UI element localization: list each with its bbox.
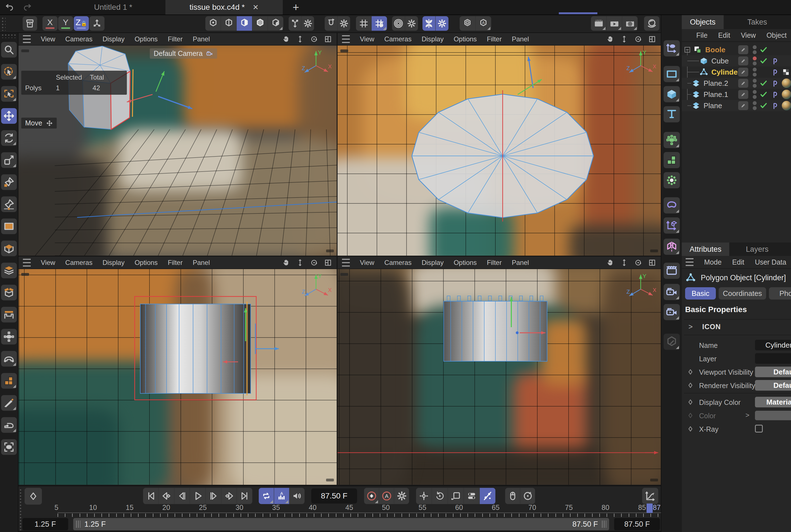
perspective-menu-options[interactable]: Options bbox=[135, 35, 158, 43]
gear-button[interactable] bbox=[302, 16, 314, 31]
object-name[interactable]: Plane bbox=[703, 101, 722, 110]
panel-menu-icon[interactable] bbox=[342, 35, 350, 43]
edit-toggle-button[interactable] bbox=[738, 56, 748, 65]
keyframe-dot-icon[interactable] bbox=[686, 398, 695, 406]
key-parameter-button[interactable] bbox=[464, 488, 480, 504]
enabled-check-icon[interactable] bbox=[759, 90, 768, 99]
rectangle-spline-tool-button[interactable] bbox=[1, 218, 17, 234]
right-menu-cameras[interactable]: Cameras bbox=[65, 259, 93, 267]
motion-clip-button[interactable] bbox=[663, 263, 680, 279]
render-view-button[interactable] bbox=[591, 16, 606, 31]
timeline-start-field[interactable]: 1.25 F bbox=[22, 518, 68, 530]
rot-tool-button[interactable] bbox=[1, 130, 17, 146]
section-tab-basic[interactable]: Basic bbox=[685, 287, 716, 300]
phong-tag-icon[interactable] bbox=[771, 56, 780, 66]
toggle-layout-icon[interactable] bbox=[648, 35, 656, 43]
enabled-check-icon[interactable] bbox=[759, 45, 768, 54]
visibility-dot-render[interactable] bbox=[753, 106, 757, 110]
object-name[interactable]: Cube bbox=[711, 57, 729, 65]
right-menu-panel[interactable]: Panel bbox=[193, 259, 210, 267]
record-keyframe-button[interactable] bbox=[364, 488, 379, 504]
right-menu-filter[interactable]: Filter bbox=[168, 259, 182, 267]
phong-tag-icon[interactable] bbox=[771, 90, 780, 99]
magic-ball-button[interactable] bbox=[644, 16, 659, 31]
camera-button[interactable] bbox=[663, 284, 680, 300]
plane-cut-tool-button[interactable] bbox=[1, 417, 17, 433]
texture-mode-button[interactable] bbox=[268, 16, 283, 31]
fcurve-button[interactable] bbox=[642, 488, 658, 504]
close-tab-icon[interactable]: ✕ bbox=[253, 3, 259, 12]
ruler-ticks[interactable] bbox=[58, 514, 661, 517]
live-selection-tool-button[interactable] bbox=[1, 64, 17, 80]
keyframe-dot-icon[interactable] bbox=[686, 381, 695, 390]
perspective-menu-filter[interactable]: Filter bbox=[168, 35, 182, 43]
loop-button[interactable] bbox=[259, 488, 274, 504]
spline-pen-tool-button[interactable] bbox=[1, 196, 17, 212]
objects-menu-file[interactable]: File bbox=[696, 31, 708, 39]
text-primitive-button[interactable] bbox=[663, 106, 680, 122]
quantize-lock-button[interactable] bbox=[372, 16, 387, 31]
object-name[interactable]: Cylinder bbox=[711, 68, 740, 77]
icon-group-row[interactable]: >ICON bbox=[689, 322, 721, 331]
object-name[interactable]: Plane.1 bbox=[703, 90, 728, 99]
edit-toggle-button[interactable] bbox=[738, 45, 748, 54]
layer-input[interactable] bbox=[755, 353, 791, 364]
enabled-check-icon[interactable] bbox=[759, 57, 768, 65]
modeling-axis-button[interactable] bbox=[392, 16, 405, 31]
go-to-end-button[interactable] bbox=[237, 488, 252, 504]
visibility-dot-render[interactable] bbox=[753, 84, 757, 88]
chevron-right-icon[interactable]: > bbox=[689, 322, 693, 331]
pan-icon[interactable] bbox=[282, 259, 290, 267]
visibility-dot-viewport[interactable] bbox=[753, 101, 757, 105]
visibility-dot-viewport[interactable] bbox=[753, 68, 757, 72]
right-menu-view[interactable]: View bbox=[41, 259, 55, 267]
voxel-button[interactable] bbox=[663, 152, 680, 168]
gear-button[interactable] bbox=[337, 16, 350, 31]
orbit-icon[interactable] bbox=[634, 259, 642, 267]
display-color-dropdown[interactable]: Material bbox=[755, 397, 791, 407]
top-menu-filter[interactable]: Filter bbox=[487, 35, 502, 43]
key-scale-button[interactable] bbox=[448, 488, 464, 504]
camera-label-text[interactable]: Default Camera bbox=[154, 50, 202, 58]
keyframe-dot-icon[interactable] bbox=[686, 425, 695, 433]
visibility-dot-render[interactable] bbox=[753, 73, 757, 77]
go-to-start-button[interactable] bbox=[143, 488, 159, 504]
keyframe-marker-button[interactable] bbox=[24, 488, 42, 505]
viewport-right[interactable]: YZX bbox=[18, 269, 337, 485]
object-row-cylinder[interactable]: Cylinder bbox=[682, 66, 791, 78]
name-input[interactable]: Cylinder bbox=[755, 340, 791, 350]
spline-asset-button[interactable] bbox=[663, 40, 680, 56]
key-pla-button[interactable] bbox=[480, 488, 495, 504]
objects-menu-edit[interactable]: Edit bbox=[718, 31, 730, 39]
visibility-dot-render[interactable] bbox=[753, 95, 757, 99]
phong-tag-icon[interactable] bbox=[771, 101, 780, 110]
edit-disabled-button[interactable] bbox=[663, 334, 680, 350]
tab-attributes[interactable]: Attributes bbox=[682, 243, 729, 256]
preview-range-slider[interactable]: 1.25 F87.50 F bbox=[73, 518, 609, 530]
scale-tool-button[interactable] bbox=[1, 152, 17, 168]
visibility-dot-viewport[interactable] bbox=[753, 79, 757, 83]
attributes-menu-mode[interactable]: Mode bbox=[704, 258, 722, 266]
gear-button[interactable] bbox=[436, 16, 448, 31]
dolly-icon[interactable] bbox=[620, 259, 629, 267]
document-tab-active[interactable]: tissue box.c4d *✕ bbox=[166, 0, 283, 15]
perspective-menu-display[interactable]: Display bbox=[102, 35, 124, 43]
attributes-panel-menu-icon[interactable] bbox=[686, 258, 694, 266]
move-tool-button[interactable] bbox=[1, 108, 17, 124]
panel-menu-icon[interactable] bbox=[23, 35, 31, 43]
front-menu-view[interactable]: View bbox=[360, 259, 374, 267]
generator-button[interactable] bbox=[663, 172, 680, 188]
keying-settings-button[interactable] bbox=[394, 488, 409, 504]
cube-primitive-button[interactable] bbox=[663, 86, 680, 102]
left-rail-drag-handle[interactable] bbox=[1, 34, 17, 38]
gear-button[interactable] bbox=[405, 16, 418, 31]
dolly-icon[interactable] bbox=[296, 259, 304, 267]
renderer-visibility-dropdown[interactable]: Default bbox=[755, 380, 791, 391]
texture-tag-icon[interactable] bbox=[782, 68, 790, 76]
panel-menu-icon[interactable] bbox=[342, 259, 350, 267]
autokey-range-button[interactable]: A bbox=[274, 488, 289, 504]
enabled-check-icon[interactable] bbox=[759, 101, 768, 110]
visibility-dot-render[interactable] bbox=[753, 61, 757, 65]
mouse-record-button[interactable] bbox=[505, 488, 520, 504]
y-axis-lock-button[interactable]: Y bbox=[58, 16, 73, 31]
